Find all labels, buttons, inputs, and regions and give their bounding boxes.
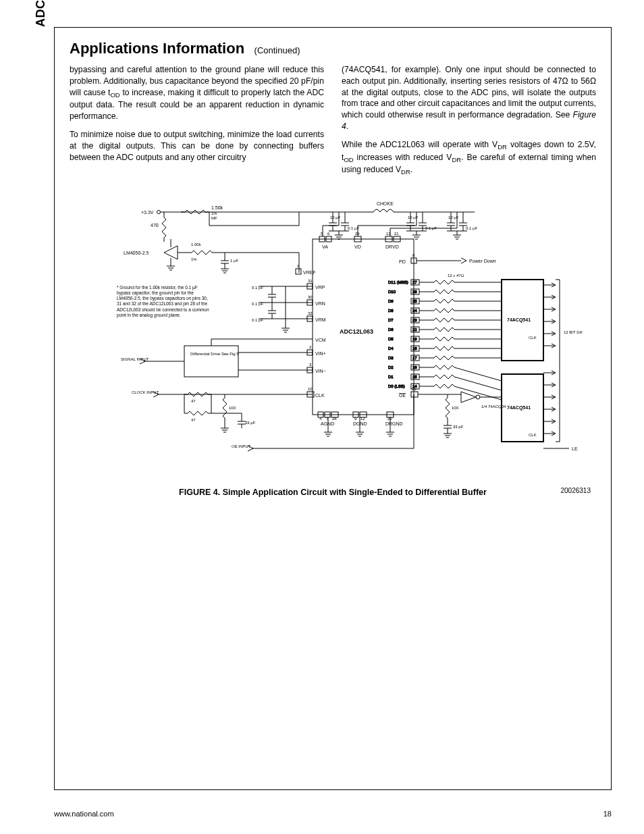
svg-text:33 pF: 33 pF [245, 421, 256, 425]
svg-text:Differential
Drive
See Fig 5: Differential Drive See Fig 5 [190, 352, 239, 356]
svg-text:D4: D4 [388, 346, 394, 350]
svg-text:VRN: VRN [315, 301, 325, 306]
content-frame: Applications Information (Continued) byp… [54, 27, 612, 790]
svg-text:D6: D6 [388, 328, 394, 332]
svg-text:PD: PD [399, 259, 406, 264]
svg-text:CLK: CLK [529, 336, 537, 340]
svg-text:VA: VA [322, 244, 328, 249]
svg-text:CLK: CLK [315, 393, 325, 398]
svg-text:33 pF: 33 pF [453, 425, 464, 429]
text: (74ACQ541, for example). Only one input … [342, 65, 596, 120]
svg-text:D7: D7 [388, 318, 394, 322]
svg-text:100: 100 [452, 406, 459, 410]
svg-text:2: 2 [309, 345, 312, 349]
svg-text:12 BIT
DATA
OUTPUT: 12 BIT DATA OUTPUT [564, 330, 583, 334]
svg-text:14: 14 [412, 384, 417, 388]
svg-text:VRM: VRM [315, 317, 326, 322]
svg-text:6: 6 [327, 232, 330, 236]
subscript: OD [110, 91, 119, 99]
subscript: DR [401, 169, 410, 176]
svg-text:24: 24 [412, 309, 417, 313]
svg-text:LM4050-2.5: LM4050-2.5 [124, 251, 149, 255]
svg-text:12 x 47Ω: 12 x 47Ω [448, 273, 464, 278]
para: While the ADC12L063 will operate with VD… [342, 139, 596, 177]
svg-text:1/4
74ACQ04: 1/4 74ACQ04 [481, 405, 506, 409]
subscript: DR [452, 156, 461, 163]
svg-text:CHOKE: CHOKE [377, 201, 394, 206]
figure-caption: FIGURE 4. Simple Application Circuit wit… [70, 488, 596, 497]
svg-text:0.1 µF: 0.1 µF [252, 286, 263, 290]
svg-text:VRP: VRP [315, 285, 325, 290]
svg-text:18: 18 [412, 346, 417, 350]
svg-text:LE: LE [572, 446, 578, 451]
svg-text:MF: MF [211, 216, 217, 220]
svg-marker-290 [461, 392, 476, 402]
svg-text:Power Down: Power Down [469, 259, 496, 263]
svg-text:D2: D2 [388, 365, 394, 369]
svg-text:74ACQ541: 74ACQ541 [507, 317, 531, 323]
footer-page: 18 [603, 810, 612, 818]
two-column-text: bypassing and careful attention to the g… [70, 64, 596, 184]
svg-text:ADC12L063: ADC12L063 [340, 328, 373, 335]
svg-text:47: 47 [191, 399, 196, 403]
svg-text:0.1 µF: 0.1 µF [252, 302, 263, 306]
svg-text:10: 10 [308, 387, 313, 391]
svg-text:D11 (MSB): D11 (MSB) [388, 280, 408, 284]
svg-text:0.1 µF: 0.1 µF [252, 318, 263, 322]
svg-text:22: 22 [412, 328, 417, 332]
left-column: bypassing and careful attention to the g… [70, 64, 324, 184]
subscript: OD [344, 156, 353, 163]
svg-text:VCM: VCM [315, 338, 326, 342]
svg-point-0 [157, 210, 161, 213]
svg-text:16: 16 [412, 365, 417, 369]
section-heading: Applications Information [70, 40, 244, 57]
svg-text:D9: D9 [388, 299, 394, 303]
svg-text:D8: D8 [388, 309, 394, 313]
schematic-note: * Ground for the 1.00k resistor, the 0.1… [117, 285, 211, 318]
text: . [410, 165, 412, 174]
svg-text:0.1 µF: 0.1 µF [466, 226, 477, 230]
right-column: (74ACQ541, for example). Only one input … [342, 64, 596, 184]
subscript: DR [498, 143, 507, 151]
svg-text:100: 100 [229, 406, 236, 410]
para: (74ACQ541, for example). Only one input … [342, 64, 596, 132]
svg-text:31: 31 [308, 279, 313, 283]
svg-text:1 µF: 1 µF [230, 259, 238, 263]
svg-text:47: 47 [191, 418, 196, 422]
svg-text:VD: VD [354, 244, 361, 249]
svg-text:28: 28 [332, 417, 337, 421]
svg-text:1.00k: 1.00k [191, 242, 202, 246]
svg-rect-149 [184, 346, 238, 377]
svg-text:32: 32 [308, 311, 313, 315]
svg-text:D5: D5 [388, 337, 394, 341]
svg-text:3: 3 [309, 363, 312, 367]
svg-text:470: 470 [151, 223, 159, 228]
svg-marker-59 [164, 246, 178, 259]
svg-text:17: 17 [412, 356, 417, 360]
svg-text:D0 (LSB): D0 (LSB) [388, 384, 405, 388]
svg-text:1%: 1% [191, 257, 197, 261]
svg-text:74ACQ541: 74ACQ541 [507, 405, 531, 411]
svg-rect-177 [411, 392, 418, 397]
svg-text:OE: OE [399, 393, 406, 398]
svg-text:VIN−: VIN− [315, 369, 326, 373]
continued-label: (Continued) [254, 45, 300, 55]
svg-text:19: 19 [412, 337, 417, 341]
svg-text:D10: D10 [388, 290, 396, 294]
svg-text:1.50k: 1.50k [211, 205, 223, 210]
svg-text:26: 26 [412, 290, 417, 294]
svg-text:12: 12 [360, 417, 365, 421]
text: While the ADC12L063 will operate with V [342, 140, 498, 149]
svg-rect-83 [313, 239, 414, 415]
svg-text:DRGND: DRGND [385, 421, 403, 426]
svg-text:OE
INPUT: OE INPUT [232, 444, 251, 448]
svg-text:30: 30 [308, 295, 313, 299]
svg-text:DRVD: DRVD [385, 244, 399, 249]
svg-text:VIN+: VIN+ [315, 351, 326, 356]
text: increases with reduced V [354, 153, 452, 162]
page-footer: www.national.com 18 [54, 810, 612, 818]
svg-text:21: 21 [394, 232, 399, 236]
svg-text:25: 25 [412, 299, 417, 303]
side-part-number: ADC12L063 [34, 0, 48, 27]
svg-rect-81 [296, 269, 301, 274]
